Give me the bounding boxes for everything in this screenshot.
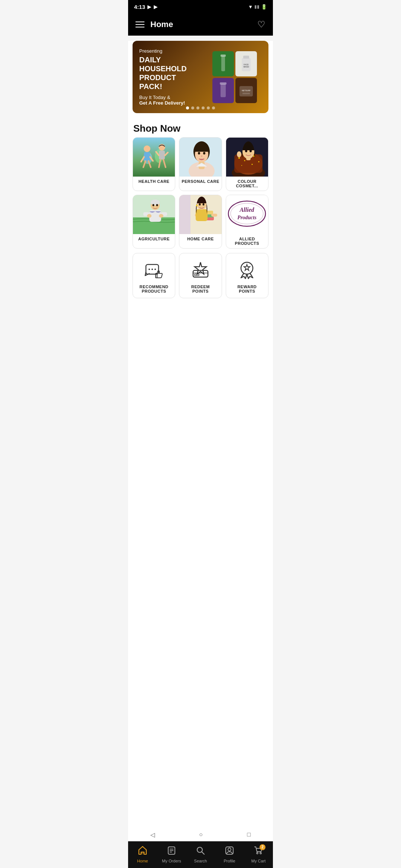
recommend-label: RECOMMENDPRODUCTS [140, 285, 169, 293]
svg-line-24 [163, 160, 166, 167]
nav-cart-label: My Cart [251, 859, 266, 863]
svg-rect-60 [179, 195, 190, 234]
svg-line-22 [165, 152, 168, 155]
personal-care-label: PERSONAL CARE [180, 177, 221, 186]
redeem-icon [191, 260, 210, 282]
svg-point-56 [159, 214, 163, 218]
svg-rect-1 [221, 55, 226, 57]
category-home-care[interactable]: HOME CARE [179, 195, 222, 249]
svg-point-29 [198, 152, 200, 155]
reward-icon [237, 260, 257, 282]
action-recommend-products[interactable]: RECOMMENDPRODUCTS [133, 253, 175, 298]
redeem-label: REDEEMPOINTS [191, 285, 210, 293]
wifi-icon: ▼ [248, 4, 253, 10]
hamburger-menu[interactable] [136, 22, 144, 27]
shop-now-title: Shop Now [128, 118, 273, 137]
signal-icon: ▮▮ [254, 4, 260, 9]
nav-search[interactable]: Search [186, 841, 215, 868]
svg-point-41 [241, 165, 242, 166]
youtube-icon: ▶ [147, 4, 151, 10]
svg-rect-7 [220, 82, 226, 85]
category-colour-cosmetics[interactable]: COLOUR COSMET... [226, 137, 268, 191]
banner-text: Presenting DAILY HOUSEHOLDPRODUCT PACK! … [133, 41, 207, 113]
recent-button[interactable]: □ [247, 831, 251, 838]
svg-point-76 [149, 269, 150, 270]
action-reward-points[interactable]: REWARDPOINTS [226, 253, 268, 298]
allied-products-label: ALLIED PRODUCTS [226, 234, 268, 248]
svg-text:Products: Products [238, 215, 257, 220]
svg-text:Allied: Allied [239, 207, 255, 213]
agriculture-image [133, 195, 175, 234]
svg-line-17 [143, 161, 146, 167]
product-visual-4: NETSURF [235, 78, 257, 103]
actions-grid: RECOMMENDPRODUCTS REDEEMPOINTS [128, 253, 273, 303]
dot-6[interactable] [212, 106, 215, 109]
svg-rect-65 [211, 214, 217, 217]
profile-icon [225, 846, 234, 858]
orders-icon [167, 846, 176, 858]
svg-point-31 [201, 155, 202, 157]
svg-rect-0 [221, 56, 225, 71]
svg-rect-6 [221, 84, 226, 97]
svg-point-78 [154, 269, 156, 270]
page-title: Home [150, 20, 173, 29]
category-allied-products[interactable]: Allied Products ALLIED PRODUCTS [226, 195, 268, 249]
android-navigation: ◁ ○ □ [128, 828, 273, 841]
svg-point-51 [151, 200, 160, 206]
svg-point-94 [260, 852, 261, 854]
svg-point-58 [156, 204, 158, 206]
home-button[interactable]: ○ [199, 831, 203, 838]
svg-rect-10 [242, 93, 250, 94]
colour-cosmetics-label: COLOUR COSMET... [226, 177, 268, 191]
category-health-care[interactable]: HEALTH CARE [133, 137, 175, 191]
reward-label: REWARDPOINTS [237, 285, 257, 293]
allied-products-image: Allied Products [226, 195, 268, 234]
svg-point-13 [144, 145, 150, 152]
category-personal-care[interactable]: PERSONAL CARE [179, 137, 222, 191]
svg-point-55 [147, 214, 151, 218]
category-agriculture[interactable]: AGRICULTURE [133, 195, 175, 249]
svg-rect-14 [144, 152, 150, 161]
svg-point-93 [257, 852, 258, 854]
battery-icon: 🔋 [261, 4, 267, 10]
svg-line-90 [202, 852, 205, 854]
allied-products-text: Allied Products [226, 199, 267, 231]
youtube-icon-2: ▶ [154, 4, 158, 10]
svg-point-68 [199, 203, 201, 206]
status-time: 4:13 [134, 4, 145, 10]
nav-my-cart[interactable]: 2 My Cart [244, 841, 273, 868]
status-icons: ▼ ▮▮ 🔋 [248, 4, 267, 10]
wishlist-icon[interactable]: ♡ [257, 19, 265, 30]
svg-point-46 [250, 150, 252, 152]
banner-subtitle: Buy It Today & Get A Free Delivery! [139, 95, 200, 106]
nav-profile[interactable]: Profile [215, 841, 244, 868]
svg-point-47 [237, 151, 241, 157]
product-visual-1 [212, 51, 234, 76]
colour-cosmetics-image [226, 138, 268, 177]
svg-rect-3 [243, 56, 249, 59]
back-button[interactable]: ◁ [150, 831, 155, 838]
bottom-navigation: Home My Orders Search [128, 841, 273, 868]
product-visual-3 [212, 78, 234, 103]
svg-rect-20 [159, 151, 165, 160]
banner-presenting: Presenting [139, 48, 200, 54]
svg-point-42 [251, 164, 252, 165]
svg-point-40 [258, 161, 259, 162]
nav-profile-label: Profile [224, 859, 235, 863]
svg-point-71 [228, 201, 265, 226]
recommend-icon [144, 260, 164, 282]
home-care-label: HOME CARE [186, 234, 215, 244]
svg-point-45 [245, 150, 247, 152]
promo-banner[interactable]: Presenting DAILY HOUSEHOLDPRODUCT PACK! … [133, 41, 268, 113]
action-redeem-points[interactable]: REDEEMPOINTS [179, 253, 222, 298]
svg-text:WASH: WASH [243, 66, 249, 68]
svg-point-70 [196, 205, 198, 206]
svg-point-69 [203, 203, 205, 206]
nav-my-orders[interactable]: My Orders [157, 841, 186, 868]
nav-home[interactable]: Home [128, 841, 157, 868]
svg-point-38 [244, 160, 245, 161]
categories-grid: HEALTH CARE [128, 137, 273, 253]
health-care-label: HEALTH CARE [137, 177, 171, 186]
svg-point-57 [153, 204, 154, 206]
banner-title: DAILY HOUSEHOLDPRODUCT PACK! [139, 55, 200, 91]
